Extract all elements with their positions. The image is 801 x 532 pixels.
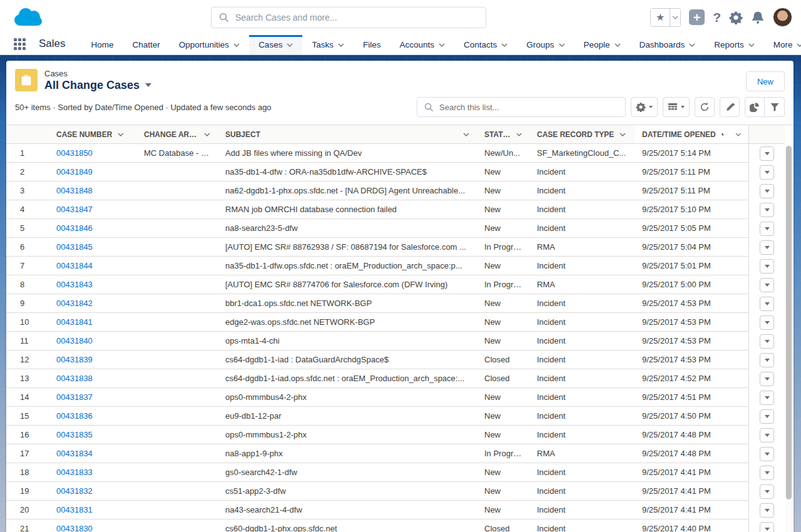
setup-gear-icon[interactable]: [729, 11, 743, 24]
row-actions-button[interactable]: [760, 222, 774, 236]
nav-tab-accounts[interactable]: Accounts: [390, 35, 454, 54]
nav-tab-cases[interactable]: Cases: [249, 35, 302, 54]
case-number-link[interactable]: 00431840: [56, 336, 93, 345]
case-number-link[interactable]: 00431833: [56, 468, 93, 477]
case-number-link[interactable]: 00431832: [56, 486, 93, 496]
row-actions-button[interactable]: [760, 522, 774, 532]
row-actions-button[interactable]: [760, 240, 774, 255]
column-header-opened[interactable]: DATE/TIME OPENED: [635, 125, 748, 143]
nav-tab-opportunities[interactable]: Opportunities: [170, 35, 249, 54]
case-number-link[interactable]: 00431850: [56, 148, 93, 158]
case-number-link[interactable]: 00431839: [56, 355, 93, 364]
row-actions-button[interactable]: [760, 428, 774, 442]
row-actions-button[interactable]: [760, 409, 774, 424]
case-number-link[interactable]: 00431847: [56, 205, 93, 214]
cell-text: 11: [20, 336, 29, 345]
case-number-link[interactable]: 00431845: [56, 242, 93, 252]
help-icon[interactable]: ?: [713, 10, 721, 25]
column-header-status[interactable]: STATUS: [477, 125, 529, 143]
nav-tab-people[interactable]: People: [574, 35, 630, 54]
cell-status: New: [477, 182, 529, 200]
nav-tab-reports[interactable]: Reports: [705, 35, 763, 54]
case-number-link[interactable]: 00431848: [56, 186, 93, 195]
nav-tab-home[interactable]: Home: [82, 35, 123, 54]
row-actions-button[interactable]: [760, 297, 774, 311]
case-number-link[interactable]: 00431835: [56, 430, 93, 439]
column-header-change_area[interactable]: CHANGE AREA: [136, 125, 218, 143]
row-actions-button[interactable]: [760, 372, 774, 386]
row-actions-button[interactable]: [760, 146, 774, 161]
nav-tab-chatter[interactable]: Chatter: [123, 35, 170, 54]
nav-tab-contacts[interactable]: Contacts: [454, 35, 517, 54]
cell-record_type: Incident: [529, 350, 635, 369]
row-action-cell: [748, 163, 785, 182]
case-number-link[interactable]: 00431838: [56, 374, 93, 383]
case-number-link[interactable]: 00431836: [56, 411, 93, 421]
list-view-selector[interactable]: All Change Cases: [44, 78, 151, 92]
app-launcher-waffle-icon[interactable]: [14, 38, 26, 51]
case-number-link[interactable]: 00431843: [56, 280, 93, 289]
row-actions-button[interactable]: [760, 484, 774, 499]
nav-tab-dashboards[interactable]: Dashboards: [630, 35, 705, 54]
row-actions-button[interactable]: [760, 503, 774, 518]
column-header-subject[interactable]: SUBJECT: [218, 125, 477, 143]
add-icon[interactable]: +: [689, 9, 705, 25]
nav-tab-groups[interactable]: Groups: [517, 35, 574, 54]
edit-button[interactable]: [720, 97, 740, 117]
case-number-link[interactable]: 00431834: [56, 449, 93, 458]
case-number-link[interactable]: 00431842: [56, 299, 93, 308]
row-actions-button[interactable]: [760, 447, 774, 461]
row-actions-button[interactable]: [760, 203, 774, 217]
cell-opened: 9/25/2017 4:48 PM: [635, 444, 748, 463]
column-header-record_type[interactable]: CASE RECORD TYPE: [529, 125, 635, 143]
refresh-button[interactable]: [695, 97, 715, 117]
cell-change_area: [136, 444, 218, 463]
triangle-down-icon: [765, 415, 770, 418]
row-actions-button[interactable]: [760, 353, 774, 367]
case-number-link[interactable]: 00431831: [56, 505, 93, 514]
cell-text: ops0-mmmbus1-2-phx: [225, 430, 307, 439]
row-actions-button[interactable]: [760, 466, 774, 480]
favorites-caret-icon[interactable]: [670, 9, 680, 26]
cell-opened: 9/25/2017 4:53 PM: [635, 350, 748, 369]
pie-chart-icon: [750, 102, 760, 112]
case-number-link[interactable]: 00431846: [56, 223, 93, 233]
row-actions-button[interactable]: [760, 165, 774, 180]
cell-text: RMA: [537, 449, 555, 458]
list-search-input[interactable]: [439, 103, 618, 112]
row-actions-button[interactable]: [760, 391, 774, 405]
case-number-link[interactable]: 00431841: [56, 317, 93, 327]
table-row: 600431845[AUTO] EMC SR# 88762938 / SF: 0…: [6, 238, 793, 257]
row-actions-button[interactable]: [760, 184, 774, 198]
row-action-cell: [748, 313, 785, 332]
favorites-star-icon[interactable]: ★: [651, 9, 670, 26]
nav-tab-files[interactable]: Files: [354, 35, 390, 54]
charts-button[interactable]: [745, 97, 765, 117]
list-settings-button[interactable]: [631, 97, 658, 117]
notifications-bell-icon[interactable]: [751, 11, 765, 24]
case-number-link[interactable]: 00431849: [56, 167, 93, 176]
case-number-link[interactable]: 00431844: [56, 261, 93, 270]
case-number-link[interactable]: 00431837: [56, 392, 93, 402]
new-button[interactable]: New: [746, 71, 785, 91]
row-actions-button[interactable]: [760, 334, 774, 349]
row-actions-button[interactable]: [760, 315, 774, 330]
row-actions-button[interactable]: [760, 259, 774, 274]
cell-text: Incident: [537, 317, 566, 327]
column-header-case_number[interactable]: CASE NUMBER: [49, 125, 136, 143]
case-object-icon: [15, 69, 38, 91]
filter-button[interactable]: [765, 97, 785, 117]
cell-text: 9/25/2017 5:01 PM: [642, 261, 711, 270]
cell-opened: 9/25/2017 4:53 PM: [635, 294, 748, 312]
cell-text: 9/25/2017 4:53 PM: [642, 336, 711, 345]
scrollbar-thumb[interactable]: [786, 146, 792, 499]
display-as-button[interactable]: [663, 97, 690, 117]
row-actions-button[interactable]: [760, 278, 774, 292]
nav-tab-tasks[interactable]: Tasks: [302, 35, 354, 54]
user-avatar[interactable]: [773, 8, 792, 27]
case-number-link[interactable]: 00431830: [56, 524, 93, 532]
global-search-input[interactable]: [235, 13, 478, 23]
cell-subject: bbr1-dca1.ops.sfdc.net NETWORK-BGP: [218, 294, 477, 312]
cell-text: 3: [20, 186, 24, 195]
nav-tab-more[interactable]: More: [764, 35, 801, 54]
